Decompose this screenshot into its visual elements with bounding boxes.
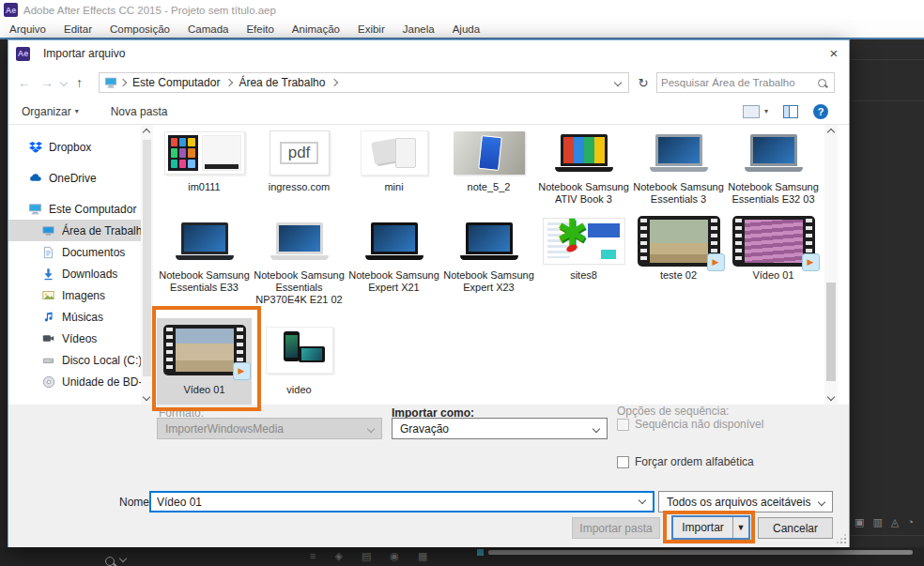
app-titlebar: Ae Adobe After Effects CC 2015 - Projeto…	[0, 0, 924, 20]
file-item[interactable]: ▶Vídeo 01	[726, 215, 821, 318]
close-icon[interactable]: ×	[821, 41, 847, 65]
window-title: Adobe After Effects CC 2015 - Projeto se…	[23, 5, 276, 16]
sidebar-item-label: Dropbox	[49, 141, 91, 154]
file-item[interactable]: Notebook Samsung Essentials NP370E4K E21…	[252, 215, 346, 318]
search-input[interactable]	[657, 77, 818, 88]
breadcrumb-item[interactable]: Área de Trabalho	[239, 76, 325, 89]
file-item[interactable]: pdfingresso.com	[252, 127, 346, 215]
shy-guy-icon[interactable]: ◈	[334, 550, 342, 562]
organize-button[interactable]: Organizar▾	[22, 105, 79, 118]
sidebar-item--rea-de-trabalho[interactable]: Área de Trabalho	[8, 220, 153, 241]
zoom-icon[interactable]	[105, 557, 115, 566]
file-item[interactable]: ✱sites8	[536, 215, 631, 318]
force-alphabetical-row[interactable]: Forçar ordem alfabética	[617, 455, 754, 468]
chevron-down-icon	[367, 424, 375, 432]
sidebar-item-downloads[interactable]: Downloads	[8, 263, 153, 284]
help-icon[interactable]: ?	[813, 104, 828, 119]
filetype-combo[interactable]: Todos os arquivos aceitáveis	[658, 491, 833, 512]
view-mode-button[interactable]: ▾	[743, 105, 768, 118]
file-grid-scrollbar[interactable]	[824, 125, 838, 405]
cancel-button[interactable]: Cancelar	[758, 517, 833, 539]
sidebar-item-m-sicas[interactable]: Músicas	[8, 306, 153, 328]
desktop-icon	[40, 223, 56, 238]
sidebar-item-onedrive[interactable]: OneDrive	[8, 167, 153, 189]
sidebar-item-label: Músicas	[62, 311, 103, 324]
file-item[interactable]: Notebook Samsung Expert X23	[441, 215, 536, 318]
flowchart-icon[interactable]: ≡	[310, 550, 316, 562]
sidebar-item-v-deos[interactable]: Vídeos	[8, 328, 153, 349]
icq-screenshot-thumbnail: ✱	[543, 218, 625, 265]
timeline-horizontal-scrollbar[interactable]	[488, 550, 913, 555]
region-of-interest-icon[interactable]: ◔	[907, 516, 914, 528]
dialog-title: Importar arquivo	[43, 47, 125, 60]
channels-icon[interactable]: ▥	[872, 516, 882, 528]
address-bar[interactable]: Este ComputadorÁrea de Trabalho	[99, 72, 629, 93]
sidebar-item-label: Disco Local (C:)	[62, 354, 142, 367]
file-item[interactable]: im0111	[157, 127, 252, 215]
resolution-icon[interactable]: ◬	[891, 516, 899, 528]
frame-blend-icon[interactable]: ▤	[362, 550, 371, 562]
motion-blur-icon[interactable]: ◉	[390, 550, 399, 562]
download-icon	[40, 267, 56, 282]
after-effects-logo-icon: Ae	[16, 47, 30, 61]
sidebar-item-disco-local-c-[interactable]: Disco Local (C:)	[8, 349, 153, 371]
file-item[interactable]: video	[252, 318, 346, 405]
scrollbar-thumb[interactable]	[143, 140, 151, 376]
zoom-dropdown-icon[interactable]	[119, 555, 127, 562]
comp-panel-toolbar: ▣▥◬◔	[855, 516, 914, 528]
laptop-thumbnail	[270, 222, 329, 260]
file-item-label: Notebook Samsung Expert X23	[443, 269, 535, 294]
checkbox-icon[interactable]	[617, 456, 629, 468]
scroll-down-icon[interactable]	[827, 393, 835, 401]
file-item[interactable]: Notebook Samsung Expert X21	[346, 215, 441, 318]
menu-camada[interactable]: Camada	[188, 23, 228, 35]
file-item-label: teste 02	[660, 269, 697, 282]
graph-editor-icon[interactable]: ▦	[418, 550, 427, 562]
disk-icon	[40, 353, 56, 368]
refresh-icon[interactable]: ↻	[634, 72, 653, 93]
photo-thumbnail	[454, 131, 525, 175]
menu-animação[interactable]: Animação	[292, 23, 340, 35]
file-item-label: note_5_2	[468, 181, 511, 193]
import-as-combo[interactable]: Gravação	[392, 418, 608, 439]
file-item[interactable]: note_5_2	[441, 127, 536, 215]
onedrive-icon	[27, 171, 43, 186]
file-item[interactable]: Notebook Samsung Essentials E32 03	[726, 127, 821, 215]
history-dropdown-icon	[60, 79, 68, 86]
resize-grip[interactable]	[837, 534, 846, 543]
sidebar-item-documentos[interactable]: Documentos	[8, 241, 153, 263]
scrollbar-thumb[interactable]	[826, 283, 836, 381]
sidebar-item-este-computador[interactable]: Este Computador	[8, 198, 153, 220]
menu-janela[interactable]: Janela	[403, 23, 435, 35]
file-item[interactable]: mini	[346, 127, 441, 215]
dialog-toolbar: Organizar▾ Nova pasta	[8, 99, 849, 124]
file-item-label: mini	[384, 181, 403, 193]
menu-editar[interactable]: Editar	[64, 23, 92, 35]
address-dropdown-icon[interactable]	[614, 79, 622, 86]
menu-composição[interactable]: Composição	[110, 23, 170, 35]
filmstrip-thumbnail: ▶	[638, 216, 720, 267]
highlight-rect-import-button	[663, 511, 755, 543]
file-item[interactable]: ▶teste 02	[631, 215, 726, 318]
up-icon[interactable]: ↑	[76, 75, 83, 90]
menu-efeito[interactable]: Efeito	[246, 23, 273, 35]
laptop-thumbnail	[555, 134, 613, 172]
scroll-up-icon[interactable]	[827, 129, 835, 136]
scroll-up-icon[interactable]	[143, 129, 150, 136]
sidebar-item-dropbox[interactable]: Dropbox	[8, 136, 153, 158]
scroll-down-icon[interactable]	[143, 393, 150, 401]
menu-ajuda[interactable]: Ajuda	[453, 23, 480, 35]
file-item[interactable]: Notebook Samsung Essentials 3	[631, 127, 726, 215]
sidebar-item-unidade-de-bd-r[interactable]: Unidade de BD-R	[8, 371, 153, 392]
snapshot-icon[interactable]: ▣	[855, 516, 864, 528]
file-item[interactable]: Notebook Samsung Essentials E33	[157, 215, 252, 318]
filename-input[interactable]	[149, 491, 654, 512]
sidebar-item-imagens[interactable]: Imagens	[8, 284, 153, 306]
menu-exibir[interactable]: Exibir	[358, 23, 385, 35]
camera-thumbnail	[361, 130, 428, 176]
breadcrumb-item[interactable]: Este Computador	[132, 76, 220, 89]
menu-arquivo[interactable]: Arquivo	[9, 23, 46, 35]
new-folder-button[interactable]: Nova pasta	[111, 105, 168, 118]
preview-pane-icon[interactable]	[783, 105, 798, 118]
file-item[interactable]: Notebook Samsung ATIV Book 3	[536, 127, 631, 215]
